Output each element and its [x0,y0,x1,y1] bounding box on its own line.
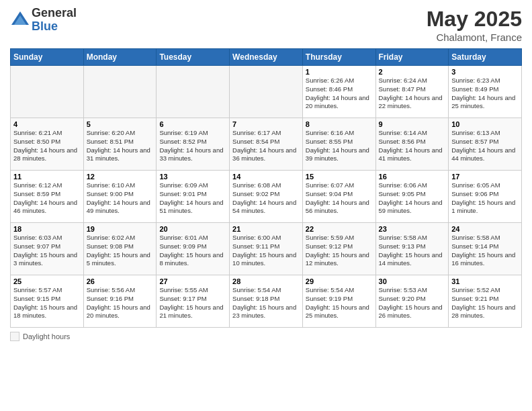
logo-blue-text: Blue [32,20,77,34]
table-row: 28Sunrise: 5:54 AMSunset: 9:18 PMDayligh… [230,275,303,328]
day-number: 4 [13,120,81,128]
day-number: 26 [87,277,154,285]
day-info: Sunrise: 6:16 AMSunset: 8:55 PMDaylight:… [306,129,373,163]
legend: Daylight hours [10,332,522,341]
calendar-week-3: 11Sunrise: 6:12 AMSunset: 8:59 PMDayligh… [11,171,522,223]
table-row: 21Sunrise: 6:00 AMSunset: 9:11 PMDayligh… [230,223,303,275]
day-info: Sunrise: 6:19 AMSunset: 8:52 PMDaylight:… [159,129,226,163]
table-row: 25Sunrise: 5:57 AMSunset: 9:15 PMDayligh… [11,275,84,328]
table-row: 2Sunrise: 6:24 AMSunset: 8:47 PMDaylight… [375,66,449,118]
day-number: 7 [232,120,300,128]
header: General Blue May 2025 Chalamont, France [10,7,522,43]
title-block: May 2025 Chalamont, France [427,7,522,43]
day-info: Sunrise: 5:54 AMSunset: 9:19 PMDaylight:… [306,286,373,320]
table-row: 6Sunrise: 6:19 AMSunset: 8:52 PMDaylight… [157,118,230,171]
day-number: 24 [451,225,519,233]
day-info: Sunrise: 5:54 AMSunset: 9:18 PMDaylight:… [232,286,300,320]
day-info: Sunrise: 6:03 AMSunset: 9:07 PMDaylight:… [13,234,81,268]
day-info: Sunrise: 6:06 AMSunset: 9:05 PMDaylight:… [379,181,446,216]
day-info: Sunrise: 6:02 AMSunset: 9:08 PMDaylight:… [87,234,154,268]
day-info: Sunrise: 6:26 AMSunset: 8:46 PMDaylight:… [306,77,373,111]
day-info: Sunrise: 6:20 AMSunset: 8:51 PMDaylight:… [87,129,154,163]
logo-text: General Blue [32,7,77,34]
day-number: 15 [306,173,373,181]
month-year: May 2025 [427,7,522,32]
table-row: 4Sunrise: 6:21 AMSunset: 8:50 PMDaylight… [11,118,84,171]
day-info: Sunrise: 6:01 AMSunset: 9:09 PMDaylight:… [159,234,226,268]
day-info: Sunrise: 6:08 AMSunset: 9:02 PMDaylight:… [232,181,300,216]
table-row: 17Sunrise: 6:05 AMSunset: 9:06 PMDayligh… [449,171,522,223]
table-row: 16Sunrise: 6:06 AMSunset: 9:05 PMDayligh… [375,171,449,223]
day-number: 10 [451,120,519,128]
calendar-week-4: 18Sunrise: 6:03 AMSunset: 9:07 PMDayligh… [11,223,522,275]
table-row: 14Sunrise: 6:08 AMSunset: 9:02 PMDayligh… [230,171,303,223]
day-info: Sunrise: 5:58 AMSunset: 9:14 PMDaylight:… [451,234,519,268]
table-row: 11Sunrise: 6:12 AMSunset: 8:59 PMDayligh… [11,171,84,223]
day-info: Sunrise: 6:13 AMSunset: 8:57 PMDaylight:… [451,129,519,163]
day-info: Sunrise: 6:10 AMSunset: 9:00 PMDaylight:… [87,181,154,216]
day-info: Sunrise: 6:21 AMSunset: 8:50 PMDaylight:… [13,129,81,163]
day-info: Sunrise: 5:58 AMSunset: 9:13 PMDaylight:… [379,234,446,268]
location: Chalamont, France [427,32,522,43]
day-number: 22 [306,225,373,233]
table-row: 19Sunrise: 6:02 AMSunset: 9:08 PMDayligh… [83,223,157,275]
legend-label: Daylight hours [23,332,70,340]
day-number: 31 [451,277,519,285]
day-number: 6 [159,120,226,128]
day-number: 20 [159,225,226,233]
table-row: 23Sunrise: 5:58 AMSunset: 9:13 PMDayligh… [375,223,449,275]
day-info: Sunrise: 6:05 AMSunset: 9:06 PMDaylight:… [451,181,519,216]
day-info: Sunrise: 5:56 AMSunset: 9:16 PMDaylight:… [87,286,154,320]
day-info: Sunrise: 6:24 AMSunset: 8:47 PMDaylight:… [379,77,446,111]
day-info: Sunrise: 6:14 AMSunset: 8:56 PMDaylight:… [379,129,446,163]
table-row: 20Sunrise: 6:01 AMSunset: 9:09 PMDayligh… [157,223,230,275]
day-number: 18 [13,225,81,233]
day-info: Sunrise: 5:53 AMSunset: 9:20 PMDaylight:… [379,286,446,320]
day-number: 5 [87,120,154,128]
table-row: 18Sunrise: 6:03 AMSunset: 9:07 PMDayligh… [11,223,84,275]
table-row: 1Sunrise: 6:26 AMSunset: 8:46 PMDaylight… [302,66,375,118]
day-info: Sunrise: 6:07 AMSunset: 9:04 PMDaylight:… [306,181,373,216]
day-number: 9 [379,120,446,128]
table-row: 24Sunrise: 5:58 AMSunset: 9:14 PMDayligh… [449,223,522,275]
day-number: 28 [232,277,300,285]
day-number: 12 [87,173,154,181]
col-friday: Friday [375,49,449,66]
col-tuesday: Tuesday [157,49,230,66]
day-number: 13 [159,173,226,181]
col-wednesday: Wednesday [230,49,303,66]
day-number: 8 [306,120,373,128]
day-info: Sunrise: 6:00 AMSunset: 9:11 PMDaylight:… [232,234,300,268]
table-row: 8Sunrise: 6:16 AMSunset: 8:55 PMDaylight… [302,118,375,171]
col-thursday: Thursday [302,49,375,66]
day-number: 23 [379,225,446,233]
day-number: 14 [232,173,300,181]
col-monday: Monday [83,49,157,66]
table-row: 30Sunrise: 5:53 AMSunset: 9:20 PMDayligh… [375,275,449,328]
table-row: 13Sunrise: 6:09 AMSunset: 9:01 PMDayligh… [157,171,230,223]
calendar-week-5: 25Sunrise: 5:57 AMSunset: 9:15 PMDayligh… [11,275,522,328]
day-info: Sunrise: 6:12 AMSunset: 8:59 PMDaylight:… [13,181,81,216]
table-row: 5Sunrise: 6:20 AMSunset: 8:51 PMDaylight… [83,118,157,171]
table-row [157,66,230,118]
day-number: 1 [306,68,373,76]
col-sunday: Sunday [11,49,84,66]
table-row: 3Sunrise: 6:23 AMSunset: 8:49 PMDaylight… [449,66,522,118]
legend-box [10,332,19,341]
day-number: 17 [451,173,519,181]
day-info: Sunrise: 5:57 AMSunset: 9:15 PMDaylight:… [13,286,81,320]
table-row: 26Sunrise: 5:56 AMSunset: 9:16 PMDayligh… [83,275,157,328]
day-number: 16 [379,173,446,181]
calendar-week-1: 1Sunrise: 6:26 AMSunset: 8:46 PMDaylight… [11,66,522,118]
day-info: Sunrise: 6:09 AMSunset: 9:01 PMDaylight:… [159,181,226,216]
day-number: 30 [379,277,446,285]
calendar-table: Sunday Monday Tuesday Wednesday Thursday… [10,48,522,328]
calendar-header-row: Sunday Monday Tuesday Wednesday Thursday… [11,49,522,66]
day-info: Sunrise: 6:17 AMSunset: 8:54 PMDaylight:… [232,129,300,163]
day-info: Sunrise: 5:55 AMSunset: 9:17 PMDaylight:… [159,286,226,320]
table-row [11,66,84,118]
day-number: 25 [13,277,81,285]
page: General Blue May 2025 Chalamont, France … [0,0,532,411]
day-number: 19 [87,225,154,233]
table-row: 29Sunrise: 5:54 AMSunset: 9:19 PMDayligh… [302,275,375,328]
